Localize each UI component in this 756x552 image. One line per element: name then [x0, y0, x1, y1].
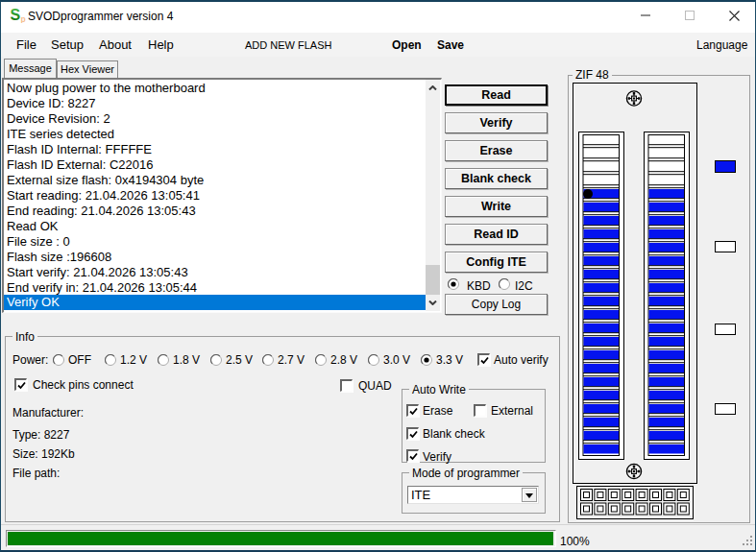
svg-text:S: S [11, 7, 21, 23]
svg-text:p: p [21, 14, 26, 23]
